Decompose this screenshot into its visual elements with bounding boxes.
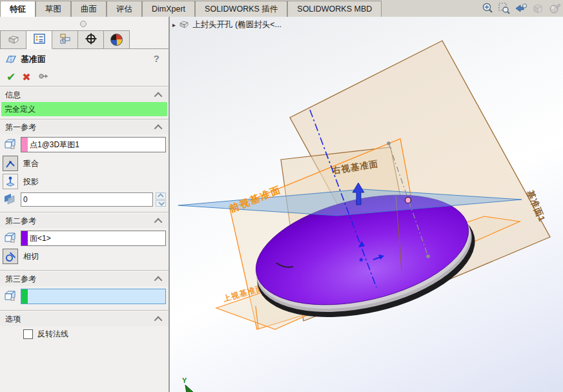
reference-plane-icon <box>5 54 17 66</box>
previous-view-icon[interactable] <box>514 1 528 15</box>
third-reference-selection-box[interactable] <box>21 289 166 304</box>
model-scene: 上视基准面 前视基准面 右视基准面 基准面1 <box>170 17 563 392</box>
property-manager-panel: 基准面 ? ✔ ✖ 信息 完全定义 第一参考 <box>0 17 169 392</box>
zoom-to-fit-icon[interactable] <box>480 1 495 15</box>
first-reference-label: 第一参考 <box>5 122 36 133</box>
collapse-chevron-icon <box>154 124 163 132</box>
property-title: 基准面 <box>21 54 46 65</box>
view-toolbar <box>480 0 563 17</box>
value-spinner <box>156 192 166 207</box>
edit-appearance-icon <box>548 1 562 15</box>
offset-value-input[interactable] <box>21 192 153 207</box>
display-manager-tab[interactable] <box>104 30 130 49</box>
options-label: 选项 <box>5 314 21 325</box>
options-section-header[interactable]: 选项 <box>0 312 169 326</box>
message-header-label: 信息 <box>5 90 21 101</box>
divider <box>0 119 169 119</box>
project-label: 投影 <box>23 176 39 187</box>
part-icon <box>179 19 189 30</box>
feature-tree-tab[interactable] <box>0 30 26 49</box>
y-axis-arrow-icon <box>185 385 193 392</box>
configuration-manager-icon <box>59 33 72 46</box>
help-button[interactable]: ? <box>154 53 159 64</box>
selection-color-tag <box>21 231 28 245</box>
project-constraint-button[interactable] <box>3 174 18 189</box>
collapse-chevron-icon <box>154 276 163 284</box>
origin-triad: Y <box>182 377 193 392</box>
collapse-chevron-icon <box>154 218 163 226</box>
divider <box>0 86 169 87</box>
flip-normal-checkbox[interactable] <box>23 329 33 339</box>
tab-addins[interactable]: SOLIDWORKS 插件 <box>195 1 287 17</box>
second-reference-selection-box[interactable]: 面<1> <box>21 231 166 246</box>
selection-color-tag <box>21 138 28 152</box>
spinner-up-button[interactable] <box>156 192 166 200</box>
tab-sketch[interactable]: 草图 <box>36 1 71 17</box>
manager-tab-strip <box>0 30 169 49</box>
dimxpert-manager-icon <box>85 33 97 46</box>
zoom-to-area-icon[interactable] <box>497 1 511 15</box>
divider <box>0 212 169 212</box>
coincident-constraint-button[interactable] <box>3 156 18 171</box>
first-reference-selection-box[interactable]: 点1@3D草图1 <box>21 137 166 152</box>
collapse-chevron-icon <box>154 92 163 100</box>
breadcrumb-text: 上封头开孔 (椭圆封头<... <box>192 19 282 30</box>
tangent-label: 相切 <box>23 251 39 262</box>
collapse-chevron-icon <box>154 316 163 324</box>
third-reference-selection-value <box>28 289 30 304</box>
viewport-breadcrumb[interactable]: ▸ 上封头开孔 (椭圆封头<... <box>172 19 282 30</box>
third-reference-section-header[interactable]: 第三参考 <box>0 272 169 286</box>
property-manager-icon <box>33 33 46 46</box>
cancel-button[interactable]: ✖ <box>22 71 30 83</box>
graphics-viewport[interactable]: 上视基准面 前视基准面 右视基准面 基准面1 <box>170 17 563 392</box>
divider <box>0 270 169 271</box>
y-axis-label: Y <box>182 377 187 384</box>
display-manager-icon <box>110 34 123 46</box>
tab-dimxpert[interactable]: DimXpert <box>142 1 195 17</box>
configuration-manager-tab[interactable] <box>52 30 78 49</box>
plane-count-icon <box>3 191 18 209</box>
second-reference-label: 第二参考 <box>5 216 36 227</box>
first-reference-section-header[interactable]: 第一参考 <box>0 120 169 134</box>
selected-point-marker[interactable] <box>405 198 411 203</box>
svg-text:*: * <box>359 256 363 267</box>
first-reference-selection-value: 点1@3D草图1 <box>28 138 79 152</box>
flip-normal-label: 反转法线 <box>37 329 68 340</box>
dimxpert-manager-tab[interactable] <box>78 30 104 49</box>
ok-button[interactable]: ✔ <box>6 70 15 84</box>
reference-entity-icon <box>3 136 18 154</box>
third-reference-label: 第三参考 <box>5 274 36 285</box>
tab-features[interactable]: 特征 <box>0 1 36 17</box>
tab-strip-filler <box>130 30 169 48</box>
flyout-tree-expand-icon[interactable]: ▸ <box>172 21 176 28</box>
tab-surfaces[interactable]: 曲面 <box>71 1 107 17</box>
divider <box>0 310 169 311</box>
status-label: 完全定义 <box>5 104 36 115</box>
command-manager-tab-bar: 特征 草图 曲面 评估 DimXpert SOLIDWORKS 插件 SOLID… <box>0 0 563 17</box>
property-manager-tab[interactable] <box>26 30 52 49</box>
reference-entity-icon <box>3 288 18 305</box>
reference-entity-icon <box>3 230 18 247</box>
solidworks-window: 特征 草图 曲面 评估 DimXpert SOLIDWORKS 插件 SOLID… <box>0 0 563 392</box>
feature-tree-icon <box>7 33 20 46</box>
spinner-down-button[interactable] <box>156 200 166 207</box>
second-reference-selection-value: 面<1> <box>28 231 51 245</box>
second-reference-section-header[interactable]: 第二参考 <box>0 214 169 228</box>
message-section-header[interactable]: 信息 <box>0 88 169 102</box>
pin-button[interactable] <box>37 71 49 83</box>
status-fully-defined: 完全定义 <box>1 102 167 116</box>
section-view-icon <box>531 1 545 15</box>
tab-evaluate[interactable]: 评估 <box>107 1 142 17</box>
panel-splitter-handle[interactable] <box>80 21 87 27</box>
tangent-constraint-button[interactable] <box>3 249 18 264</box>
selection-color-tag <box>21 289 28 304</box>
tab-mbd[interactable]: SOLIDWORKS MBD <box>287 1 382 17</box>
coincident-label: 重合 <box>23 158 39 169</box>
